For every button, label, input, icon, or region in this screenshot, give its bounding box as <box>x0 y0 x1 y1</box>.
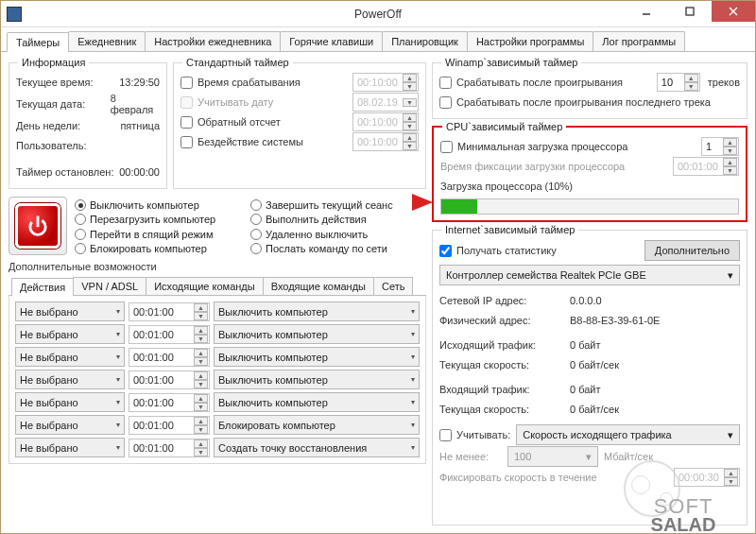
inspd-label: Текущая скорость: <box>439 404 562 415</box>
actions-table: Не выбрано▾00:01:00▲▼Выключить компьютер… <box>9 296 426 464</box>
radio-sleep[interactable]: Перейти в спящий режим <box>75 228 243 241</box>
radio-remote-off[interactable]: Удаленно выключить <box>250 228 426 241</box>
tab-diary-settings[interactable]: Настройки ежедневника <box>145 31 281 51</box>
action-condition-combo[interactable]: Не выбрано▾ <box>15 392 125 412</box>
radio-lock[interactable]: Блокировать компьютер <box>75 242 243 255</box>
mac-label: Физический адрес: <box>439 315 562 326</box>
inet-count-combo[interactable]: Скорость исходящего трафика▾ <box>516 424 740 445</box>
radio-logoff[interactable]: Завершить текущий сеанс <box>250 198 426 212</box>
cpu-minload-input[interactable]: 1▲▼ <box>701 137 739 156</box>
action-action-combo[interactable]: Создать точку восстановления▾ <box>214 438 420 457</box>
winamp-box: Winamp`зависимый таймер Срабатывать посл… <box>432 57 747 119</box>
dow-label: День недели: <box>16 120 107 131</box>
cpu-load-fill <box>441 199 477 214</box>
in-value: 0 байт <box>570 384 601 395</box>
subtab-actions[interactable]: Действия <box>11 278 74 296</box>
radio-shutdown[interactable]: Выключить компьютер <box>75 198 243 212</box>
action-time-input[interactable]: 00:01:00▲▼ <box>129 416 210 435</box>
chevron-down-icon: ▾ <box>728 429 733 441</box>
out-value: 0 байт <box>570 339 601 351</box>
action-time-input[interactable]: 00:01:00▲▼ <box>129 302 210 321</box>
action-action-combo[interactable]: Выключить компьютер▾ <box>214 370 420 389</box>
ip-value: 0.0.0.0 <box>570 295 602 306</box>
action-action-combo[interactable]: Выключить компьютер▾ <box>214 324 420 344</box>
action-time-input[interactable]: 00:01:00▲▼ <box>129 348 210 367</box>
winamp-after-last-check[interactable]: Срабатывать после проигрывания последнег… <box>439 96 711 109</box>
std-legend: Стандартный таймер <box>182 57 293 68</box>
action-time-input[interactable]: 00:01:00▲▼ <box>129 370 210 389</box>
inet-legend: Internet`зависимый таймер <box>441 224 578 235</box>
inet-stats-check[interactable]: Получать статистику <box>439 245 557 257</box>
use-date-input: 08.02.19▼ <box>352 93 419 112</box>
action-time-input[interactable]: 00:01:00▲▼ <box>129 325 210 344</box>
maximize-button[interactable] <box>668 1 712 22</box>
idle-check[interactable]: Бездействие системы <box>180 136 347 148</box>
action-condition-combo[interactable]: Не выбрано▾ <box>15 347 125 367</box>
mac-value: B8-88-E3-39-61-0E <box>570 315 660 326</box>
subtab-outcmd[interactable]: Исходящие команды <box>146 277 264 295</box>
winamp-tracks-input[interactable]: 10▲▼ <box>657 73 700 92</box>
cpu-fixtime-input: 00:01:00▲▼ <box>673 157 739 176</box>
logo-button[interactable] <box>9 197 67 255</box>
inet-count-check[interactable]: Учитывать: <box>439 429 510 441</box>
action-row: Не выбрано▾00:01:00▲▼Выключить компьютер… <box>15 324 420 344</box>
action-action-combo[interactable]: Выключить компьютер▾ <box>214 347 420 367</box>
action-condition-combo[interactable]: Не выбрано▾ <box>15 370 125 389</box>
tab-log[interactable]: Лог программы <box>593 31 685 51</box>
subtab-incmd[interactable]: Входящие команды <box>263 277 374 295</box>
close-button[interactable] <box>712 1 755 22</box>
tab-timers[interactable]: Таймеры <box>7 32 69 52</box>
winamp-legend: Winamp`зависимый таймер <box>441 57 581 68</box>
subtab-net[interactable]: Сеть <box>373 277 413 295</box>
svg-rect-1 <box>686 8 694 15</box>
outspd-value: 0 байт/сек <box>570 359 619 370</box>
action-time-input[interactable]: 00:01:00▲▼ <box>129 393 210 412</box>
action-condition-combo[interactable]: Не выбрано▾ <box>15 301 125 321</box>
action-row: Не выбрано▾00:01:00▲▼Выключить компьютер… <box>15 301 420 321</box>
action-row: Не выбрано▾00:01:00▲▼Выключить компьютер… <box>15 370 420 389</box>
action-condition-combo[interactable]: Не выбрано▾ <box>15 438 125 457</box>
subtab-vpn[interactable]: VPN / ADSL <box>73 277 146 295</box>
countdown-input[interactable]: 00:10:00▲▼ <box>352 112 419 131</box>
winamp-after-play-check[interactable]: Срабатывать после проигрывания <box>439 77 623 89</box>
action-condition-combo[interactable]: Не выбрано▾ <box>15 415 125 435</box>
fire-time-input[interactable]: 00:10:00▲▼ <box>352 73 419 92</box>
watermark-icon <box>624 460 680 517</box>
tab-diary[interactable]: Ежедневник <box>68 31 146 51</box>
cpu-minload-check[interactable]: Минимальная загрузка процессора <box>440 141 627 153</box>
action-action-combo[interactable]: Выключить компьютер▾ <box>214 301 420 321</box>
inet-min-combo[interactable]: 100▾ <box>507 446 598 467</box>
idle-input[interactable]: 00:10:00▲▼ <box>352 132 419 151</box>
ip-label: Сетевой IP адрес: <box>439 295 562 306</box>
minimize-button[interactable] <box>625 1 668 22</box>
countdown-check[interactable]: Обратный отсчет <box>180 116 347 129</box>
fire-time-check[interactable]: Время срабатывания <box>180 77 347 89</box>
radio-reboot[interactable]: Перезагрузить компьютер <box>75 213 243 226</box>
inet-more-button[interactable]: Дополнительно <box>644 240 740 261</box>
action-action-combo[interactable]: Блокировать компьютер▾ <box>214 415 420 435</box>
inet-adapter-combo[interactable]: Контроллер семейства Realtek PCIe GBE▾ <box>439 265 740 285</box>
inet-min-label: Не менее: <box>439 451 502 462</box>
user-label: Пользователь: <box>16 140 107 151</box>
inet-box: Internet`зависимый таймер Получать стати… <box>432 224 747 525</box>
outspd-label: Текущая скорость: <box>439 359 562 370</box>
info-box: Информация Текущее время:13:29:50 Текуща… <box>9 57 167 189</box>
titlebar: PowerOff <box>1 1 755 27</box>
in-label: Входящий трафик: <box>439 384 562 395</box>
stopped-value: 00:00:00 <box>119 166 160 178</box>
action-row: Не выбрано▾00:01:00▲▼Выключить компьютер… <box>15 347 420 367</box>
cpu-load-bar <box>440 198 739 215</box>
tab-scheduler[interactable]: Планировщик <box>382 31 468 51</box>
tab-hotkeys[interactable]: Горячие клавиши <box>280 31 383 51</box>
radio-net-cmd[interactable]: Послать команду по сети <box>250 242 426 255</box>
action-action-combo[interactable]: Выключить компьютер▾ <box>214 392 420 412</box>
action-time-input[interactable]: 00:01:00▲▼ <box>129 439 210 457</box>
tab-program-settings[interactable]: Настройки программы <box>467 31 593 51</box>
winamp-tracks-unit: треков <box>708 77 740 88</box>
use-date-check: Учитывать дату <box>180 96 347 109</box>
action-condition-combo[interactable]: Не выбрано▾ <box>15 324 125 344</box>
highlight-arrow-icon <box>412 194 433 211</box>
radio-run-actions[interactable]: Выполнить действия <box>250 213 426 226</box>
info-legend: Информация <box>18 57 89 68</box>
out-label: Исходящий трафик: <box>439 339 562 351</box>
